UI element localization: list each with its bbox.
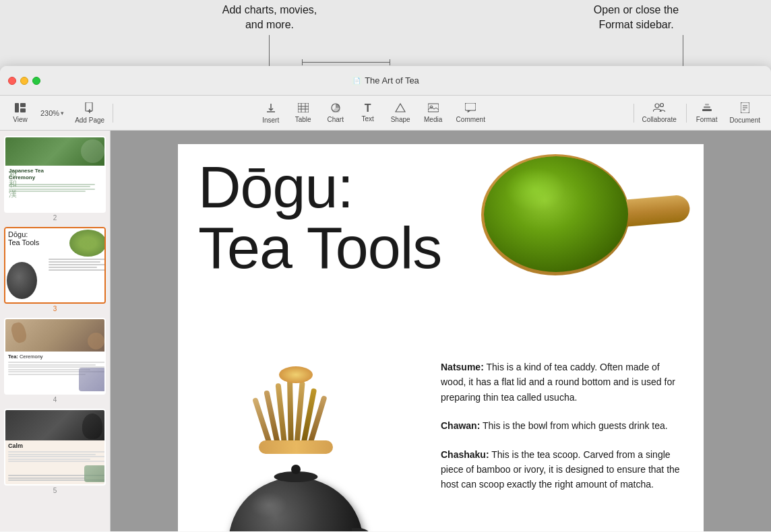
svg-rect-1 [20,103,26,107]
comment-icon [465,103,476,114]
left-callout-line [269,35,270,66]
format-button[interactable]: Format [691,100,723,126]
doc-icon: 📄 [352,76,361,86]
page-number-4: 4 [4,396,106,403]
toolbar-divider-2 [634,104,634,123]
svg-point-21 [660,104,664,107]
chart-icon [330,103,341,114]
media-icon [428,103,439,114]
close-button[interactable] [8,77,16,85]
window-title: 📄 The Art of Tea [352,75,419,86]
document-button[interactable]: Document [724,100,766,127]
matcha-image [448,144,704,319]
shape-button[interactable]: Shape [386,100,416,126]
toolbar-center-group: Insert Table Chart T Text [256,100,491,127]
zoom-control[interactable]: 230% ▾ [36,106,68,120]
page-thumb-5[interactable]: Calm [4,409,106,494]
svg-rect-2 [20,108,26,112]
paragraph-chashaku: Chashaku: This is the tea scoop. Carved … [441,447,683,492]
zoom-chevron: ▾ [61,110,64,117]
paragraph-natsume: Natsume: This is a kind of tea caddy. Of… [441,360,683,405]
toolbar-divider-3 [686,104,687,123]
collaborate-icon [653,102,665,114]
bracket-line [302,62,390,63]
svg-rect-0 [15,103,19,112]
format-icon [702,102,712,114]
shape-icon [395,103,406,114]
annotation-overlay: Add charts, movies,and more. Open or clo… [0,0,771,66]
window: 📄 The Art of Tea View 230% ▾ Add Page [0,66,771,532]
text-button[interactable]: T Text [353,100,383,125]
table-button[interactable]: Table [288,100,318,126]
page-thumb-3[interactable]: Dōgu:Tea Tools [4,227,106,312]
text-icon: T [365,103,371,114]
left-callout: Add charts, movies,and more. [202,3,337,33]
right-callout: Open or close theFormat sidebar. [569,3,704,33]
traffic-lights [0,77,40,85]
comment-button[interactable]: Comment [451,100,491,126]
view-button[interactable]: View [5,100,35,126]
chart-button[interactable]: Chart [321,100,350,126]
svg-point-20 [655,104,659,108]
teapot-image: 幸 福 [178,346,414,531]
table-icon [298,103,309,114]
maximize-button[interactable] [32,77,40,85]
paragraph-chawan: Chawan: This is the bowl from which gues… [441,418,683,433]
document-text-area: Natsume: This is a kind of tea caddy. Of… [421,346,704,519]
svg-rect-17 [428,104,439,112]
media-button[interactable]: Media [419,100,448,126]
page-number-5: 5 [4,487,106,494]
document-icon [741,102,749,115]
page-thumb-4[interactable]: Tea: Ceremony 4 [4,318,106,403]
main-area: Japanese TeaCeremony 和和漢 [0,131,771,531]
document-title: Dōgu: Tea Tools [198,158,448,279]
titlebar: 📄 The Art of Tea [0,66,771,96]
toolbar-left-group: View 230% ▾ Add Page [5,100,110,127]
insert-icon [266,102,276,115]
svg-marker-16 [396,104,405,112]
minimize-button[interactable] [20,77,28,85]
bracket-right-tick [390,59,390,65]
bracket-left-tick [302,59,303,65]
view-icon [15,103,26,114]
add-page-icon [84,102,95,115]
svg-rect-22 [702,109,712,111]
insert-button[interactable]: Insert [256,100,286,127]
svg-rect-19 [465,103,476,110]
add-page-button[interactable]: Add Page [69,100,110,127]
pages-sidebar: Japanese TeaCeremony 和和漢 [0,131,111,531]
page-number-2: 2 [4,214,106,222]
svg-rect-10 [298,103,309,112]
page-thumb-2[interactable]: Japanese TeaCeremony 和和漢 [4,136,106,222]
right-callout-line [683,35,683,66]
svg-rect-23 [704,106,710,108]
toolbar-right-group: Collaborate Format Document [637,100,766,127]
document-canvas[interactable]: Dōgu: Tea Tools [111,131,771,531]
page-number-3: 3 [4,305,106,312]
svg-rect-24 [705,104,709,106]
toolbar: View 230% ▾ Add Page Insert [0,96,771,131]
document-page: Dōgu: Tea Tools [178,144,704,531]
collaborate-button[interactable]: Collaborate [637,100,682,126]
toolbar-divider-1 [113,104,113,123]
svg-rect-3 [86,102,92,111]
